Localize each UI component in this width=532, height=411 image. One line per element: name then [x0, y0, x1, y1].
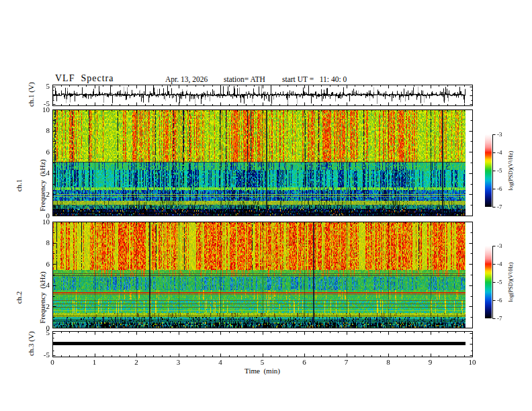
- x-axis-tick-label: 2: [128, 358, 145, 367]
- ch1-wave-ytick-label: 5: [32, 82, 50, 91]
- ch1-spec-ytick-label: 6: [32, 148, 50, 156]
- ch2-spec-ytick-label: 6: [32, 260, 50, 269]
- x-axis-tick-label: 9: [422, 358, 439, 367]
- colorbar-tick-label: -4: [497, 149, 502, 156]
- colorbar-tick-label: -5: [497, 167, 502, 174]
- colorbar-tick-label: -7: [497, 203, 502, 210]
- ch1-spec-ytick-label: 4: [32, 169, 50, 177]
- x-axis-tick-label: 10: [463, 358, 481, 367]
- axes-frame-layer: [0, 0, 532, 411]
- vlf-spectra-figure: VLF Spectra Apr. 13, 2026 station= ATH s…: [0, 0, 532, 411]
- ch1-spec-ytick-label: 2: [32, 190, 50, 199]
- colorbar-tick-label: -6: [497, 185, 502, 192]
- x-axis-tick-label: 8: [380, 358, 397, 367]
- colorbar-tick-label: -4: [497, 261, 502, 267]
- x-axis-tick-label: 7: [338, 358, 355, 367]
- colorbar-tick-label: -3: [497, 242, 502, 249]
- colorbar-tick-label: -5: [497, 279, 502, 285]
- colorbar-tick-label: -3: [497, 131, 502, 138]
- x-axis-tick-label: 6: [296, 358, 313, 367]
- x-axis-tick-label: 5: [254, 358, 271, 367]
- colorbar-tick-label: -7: [497, 315, 502, 322]
- ch2-spec-ytick-label: 2: [32, 302, 50, 311]
- ch1-spec-ytick-label: 10: [32, 105, 50, 114]
- ch2-spec-ytick-label: 8: [32, 238, 50, 247]
- ch3-wave-ytick-label: -5: [32, 351, 50, 359]
- ch1-spec-ytick-label: 8: [32, 126, 50, 135]
- ch2-spec-ytick-label: 10: [32, 218, 50, 226]
- colorbar-tick-label: -6: [497, 297, 502, 304]
- ch2-spec-ytick-label: 4: [32, 281, 50, 289]
- ch2-spec-ytick-label: 0: [32, 324, 50, 332]
- x-axis-tick-label: 4: [212, 358, 229, 367]
- x-axis-tick-label: 3: [170, 358, 187, 367]
- x-axis-tick-label: 1: [86, 358, 103, 367]
